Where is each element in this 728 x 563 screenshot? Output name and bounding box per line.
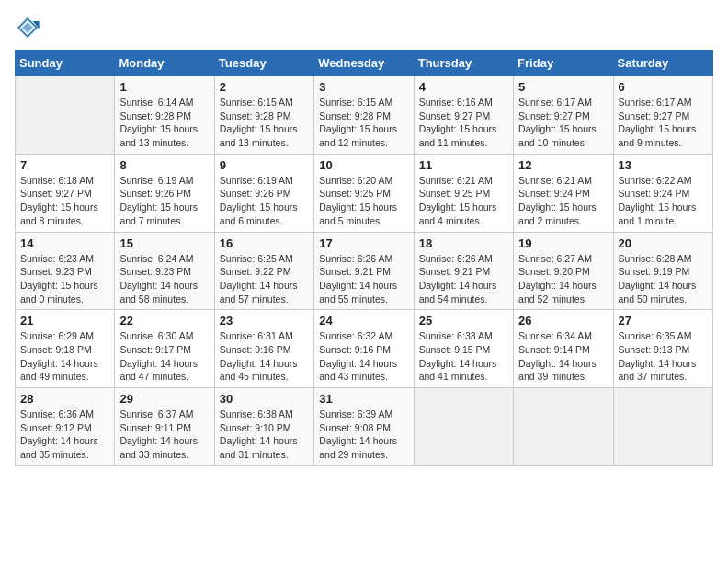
weekday-header-thursday: Thursday: [414, 51, 513, 76]
page-header: [15, 15, 713, 40]
calendar-cell: 30Sunrise: 6:38 AM Sunset: 9:10 PM Dayli…: [214, 388, 313, 466]
cell-data: Sunrise: 6:33 AM Sunset: 9:15 PM Dayligh…: [419, 329, 508, 384]
cell-data: Sunrise: 6:39 AM Sunset: 9:08 PM Dayligh…: [319, 408, 408, 462]
calendar-cell: 5Sunrise: 6:17 AM Sunset: 9:27 PM Daylig…: [514, 76, 613, 155]
calendar-cell: 2Sunrise: 6:15 AM Sunset: 9:28 PM Daylig…: [214, 76, 313, 155]
calendar-cell: 28Sunrise: 6:36 AM Sunset: 9:12 PM Dayli…: [16, 388, 115, 466]
day-number: 13: [619, 158, 708, 172]
weekday-header-saturday: Saturday: [613, 51, 712, 76]
calendar-cell: 4Sunrise: 6:16 AM Sunset: 9:27 PM Daylig…: [414, 76, 513, 155]
day-number: 30: [220, 392, 309, 406]
weekday-header-friday: Friday: [514, 51, 613, 76]
cell-data: Sunrise: 6:32 AM Sunset: 9:16 PM Dayligh…: [319, 329, 408, 384]
cell-data: Sunrise: 6:26 AM Sunset: 9:21 PM Dayligh…: [419, 252, 508, 306]
cell-data: Sunrise: 6:21 AM Sunset: 9:24 PM Dayligh…: [518, 174, 608, 228]
day-number: 14: [20, 236, 109, 250]
calendar-cell: 15Sunrise: 6:24 AM Sunset: 9:23 PM Dayli…: [115, 232, 214, 310]
day-number: 23: [220, 314, 309, 327]
cell-data: Sunrise: 6:31 AM Sunset: 9:16 PM Dayligh…: [220, 329, 309, 384]
calendar-cell: [514, 388, 613, 466]
calendar-cell: 19Sunrise: 6:27 AM Sunset: 9:20 PM Dayli…: [514, 232, 613, 310]
day-number: 3: [319, 80, 408, 94]
calendar-cell: 1Sunrise: 6:14 AM Sunset: 9:28 PM Daylig…: [115, 76, 214, 155]
calendar-cell: 18Sunrise: 6:26 AM Sunset: 9:21 PM Dayli…: [414, 232, 513, 310]
calendar-cell: 27Sunrise: 6:35 AM Sunset: 9:13 PM Dayli…: [613, 310, 712, 388]
day-number: 22: [119, 314, 209, 327]
day-number: 24: [319, 314, 408, 327]
cell-data: Sunrise: 6:17 AM Sunset: 9:27 PM Dayligh…: [518, 96, 608, 150]
cell-data: Sunrise: 6:16 AM Sunset: 9:27 PM Dayligh…: [419, 96, 508, 150]
cell-data: Sunrise: 6:38 AM Sunset: 9:10 PM Dayligh…: [220, 408, 309, 462]
cell-data: Sunrise: 6:19 AM Sunset: 9:26 PM Dayligh…: [220, 174, 309, 228]
day-number: 18: [419, 236, 508, 250]
day-number: 31: [319, 392, 408, 406]
cell-data: Sunrise: 6:37 AM Sunset: 9:11 PM Dayligh…: [119, 408, 209, 462]
calendar-week-2: 7Sunrise: 6:18 AM Sunset: 9:27 PM Daylig…: [16, 154, 713, 232]
weekday-header-wednesday: Wednesday: [314, 51, 414, 76]
cell-data: Sunrise: 6:26 AM Sunset: 9:21 PM Dayligh…: [319, 252, 408, 306]
calendar-cell: 14Sunrise: 6:23 AM Sunset: 9:23 PM Dayli…: [16, 232, 115, 310]
weekday-header-row: SundayMondayTuesdayWednesdayThursdayFrid…: [16, 51, 713, 76]
day-number: 7: [20, 158, 109, 172]
cell-data: Sunrise: 6:23 AM Sunset: 9:23 PM Dayligh…: [20, 252, 109, 306]
day-number: 19: [518, 236, 608, 250]
calendar-cell: 6Sunrise: 6:17 AM Sunset: 9:27 PM Daylig…: [613, 76, 712, 155]
calendar-cell: 24Sunrise: 6:32 AM Sunset: 9:16 PM Dayli…: [314, 310, 414, 388]
calendar-cell: 8Sunrise: 6:19 AM Sunset: 9:26 PM Daylig…: [115, 154, 214, 232]
cell-data: Sunrise: 6:20 AM Sunset: 9:25 PM Dayligh…: [319, 174, 408, 228]
cell-data: Sunrise: 6:15 AM Sunset: 9:28 PM Dayligh…: [319, 96, 408, 150]
calendar-week-5: 28Sunrise: 6:36 AM Sunset: 9:12 PM Dayli…: [16, 388, 713, 466]
day-number: 27: [619, 314, 708, 327]
day-number: 17: [319, 236, 408, 250]
day-number: 11: [419, 158, 508, 172]
calendar-week-4: 21Sunrise: 6:29 AM Sunset: 9:18 PM Dayli…: [16, 310, 713, 388]
cell-data: Sunrise: 6:27 AM Sunset: 9:20 PM Dayligh…: [518, 252, 608, 306]
day-number: 2: [220, 80, 309, 94]
calendar-cell: 31Sunrise: 6:39 AM Sunset: 9:08 PM Dayli…: [314, 388, 414, 466]
cell-data: Sunrise: 6:28 AM Sunset: 9:19 PM Dayligh…: [619, 252, 708, 306]
day-number: 29: [119, 392, 209, 406]
calendar-cell: 9Sunrise: 6:19 AM Sunset: 9:26 PM Daylig…: [214, 154, 313, 232]
calendar-cell: 22Sunrise: 6:30 AM Sunset: 9:17 PM Dayli…: [115, 310, 214, 388]
day-number: 26: [518, 314, 608, 327]
cell-data: Sunrise: 6:24 AM Sunset: 9:23 PM Dayligh…: [119, 252, 209, 306]
day-number: 20: [619, 236, 708, 250]
day-number: 10: [319, 158, 408, 172]
calendar-cell: 17Sunrise: 6:26 AM Sunset: 9:21 PM Dayli…: [314, 232, 414, 310]
calendar-cell: 26Sunrise: 6:34 AM Sunset: 9:14 PM Dayli…: [514, 310, 613, 388]
calendar-cell: 21Sunrise: 6:29 AM Sunset: 9:18 PM Dayli…: [16, 310, 115, 388]
day-number: 15: [119, 236, 209, 250]
cell-data: Sunrise: 6:22 AM Sunset: 9:24 PM Dayligh…: [619, 174, 708, 228]
cell-data: Sunrise: 6:21 AM Sunset: 9:25 PM Dayligh…: [419, 174, 508, 228]
day-number: 12: [518, 158, 608, 172]
weekday-header-tuesday: Tuesday: [214, 51, 313, 76]
calendar-cell: 12Sunrise: 6:21 AM Sunset: 9:24 PM Dayli…: [514, 154, 613, 232]
logo-icon: [15, 15, 40, 40]
cell-data: Sunrise: 6:30 AM Sunset: 9:17 PM Dayligh…: [119, 329, 209, 384]
calendar-cell: 11Sunrise: 6:21 AM Sunset: 9:25 PM Dayli…: [414, 154, 513, 232]
day-number: 25: [419, 314, 508, 327]
cell-data: Sunrise: 6:19 AM Sunset: 9:26 PM Dayligh…: [119, 174, 209, 228]
calendar-cell: 29Sunrise: 6:37 AM Sunset: 9:11 PM Dayli…: [115, 388, 214, 466]
day-number: 8: [119, 158, 209, 172]
cell-data: Sunrise: 6:34 AM Sunset: 9:14 PM Dayligh…: [518, 329, 608, 384]
calendar-cell: 23Sunrise: 6:31 AM Sunset: 9:16 PM Dayli…: [214, 310, 313, 388]
calendar-cell: 25Sunrise: 6:33 AM Sunset: 9:15 PM Dayli…: [414, 310, 513, 388]
day-number: 28: [20, 392, 109, 406]
cell-data: Sunrise: 6:35 AM Sunset: 9:13 PM Dayligh…: [619, 329, 708, 384]
cell-data: Sunrise: 6:14 AM Sunset: 9:28 PM Dayligh…: [119, 96, 209, 150]
calendar-cell: [613, 388, 712, 466]
day-number: 1: [119, 80, 209, 94]
calendar-week-3: 14Sunrise: 6:23 AM Sunset: 9:23 PM Dayli…: [16, 232, 713, 310]
calendar-table: SundayMondayTuesdayWednesdayThursdayFrid…: [15, 50, 713, 466]
calendar-cell: 20Sunrise: 6:28 AM Sunset: 9:19 PM Dayli…: [613, 232, 712, 310]
cell-data: Sunrise: 6:17 AM Sunset: 9:27 PM Dayligh…: [619, 96, 708, 150]
weekday-header-monday: Monday: [115, 51, 214, 76]
day-number: 6: [619, 80, 708, 94]
weekday-header-sunday: Sunday: [16, 51, 115, 76]
day-number: 4: [419, 80, 508, 94]
calendar-cell: [414, 388, 513, 466]
cell-data: Sunrise: 6:36 AM Sunset: 9:12 PM Dayligh…: [20, 408, 109, 462]
calendar-cell: 7Sunrise: 6:18 AM Sunset: 9:27 PM Daylig…: [16, 154, 115, 232]
cell-data: Sunrise: 6:29 AM Sunset: 9:18 PM Dayligh…: [20, 329, 109, 384]
